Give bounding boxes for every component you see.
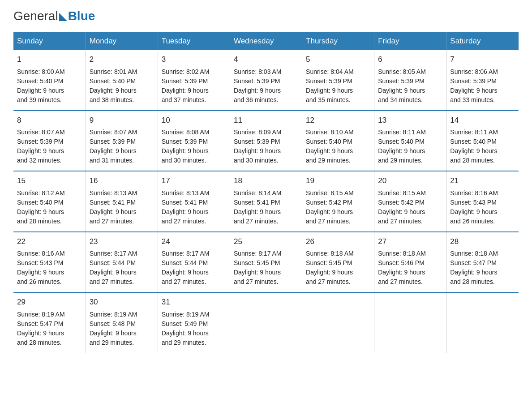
daylight-label: Daylight: 9 hours [17, 87, 64, 94]
sunset-label: Sunset: 5:44 PM [162, 259, 208, 266]
calendar-cell: 14Sunrise: 8:11 AMSunset: 5:40 PMDayligh… [446, 111, 519, 171]
sunset-label: Sunset: 5:41 PM [162, 199, 208, 206]
calendar-cell: 9Sunrise: 8:07 AMSunset: 5:39 PMDaylight… [86, 111, 158, 171]
daylight-minutes: and 29 minutes. [306, 157, 351, 164]
sunset-label: Sunset: 5:45 PM [306, 259, 352, 266]
daylight-minutes: and 37 minutes. [162, 96, 206, 103]
sunrise-label: Sunrise: 8:19 AM [162, 311, 210, 318]
sunrise-label: Sunrise: 8:06 AM [450, 68, 498, 75]
sunset-label: Sunset: 5:41 PM [234, 199, 280, 206]
sunrise-label: Sunrise: 8:11 AM [450, 128, 498, 136]
sunrise-label: Sunrise: 8:07 AM [90, 128, 137, 136]
sunset-label: Sunset: 5:39 PM [234, 138, 280, 145]
sunrise-label: Sunrise: 8:15 AM [378, 189, 426, 197]
day-number: 9 [90, 115, 154, 126]
day-number: 6 [378, 54, 442, 65]
daylight-minutes: and 38 minutes. [90, 96, 134, 103]
daylight-minutes: and 27 minutes. [306, 278, 351, 285]
sunrise-label: Sunrise: 8:03 AM [234, 68, 282, 75]
daylight-label: Daylight: 9 hours [234, 208, 281, 215]
daylight-label: Daylight: 9 hours [234, 87, 281, 94]
daylight-label: Daylight: 9 hours [378, 147, 425, 154]
sunrise-label: Sunrise: 8:17 AM [162, 250, 210, 257]
calendar-cell [302, 292, 374, 353]
header-day-sunday: Sunday [13, 32, 86, 50]
day-number: 26 [306, 236, 370, 248]
daylight-label: Daylight: 9 hours [306, 147, 353, 154]
calendar-cell: 27Sunrise: 8:18 AMSunset: 5:46 PMDayligh… [374, 232, 446, 293]
calendar-cell: 11Sunrise: 8:09 AMSunset: 5:39 PMDayligh… [230, 111, 302, 171]
day-number: 16 [90, 175, 154, 187]
daylight-label: Daylight: 9 hours [450, 147, 497, 154]
calendar-cell: 25Sunrise: 8:17 AMSunset: 5:45 PMDayligh… [230, 232, 302, 293]
calendar-cell: 1Sunrise: 8:00 AMSunset: 5:40 PMDaylight… [13, 50, 86, 111]
day-number: 28 [450, 236, 515, 248]
daylight-label: Daylight: 9 hours [234, 269, 281, 276]
calendar-cell: 15Sunrise: 8:12 AMSunset: 5:40 PMDayligh… [13, 171, 86, 232]
daylight-label: Daylight: 9 hours [90, 269, 137, 276]
calendar-cell: 12Sunrise: 8:10 AMSunset: 5:40 PMDayligh… [302, 111, 374, 171]
sunrise-label: Sunrise: 8:11 AM [378, 128, 426, 136]
sunset-label: Sunset: 5:42 PM [306, 199, 352, 206]
sunset-label: Sunset: 5:47 PM [17, 320, 64, 327]
sunrise-label: Sunrise: 8:19 AM [90, 311, 137, 318]
sunset-label: Sunset: 5:42 PM [378, 199, 425, 206]
sunset-label: Sunset: 5:46 PM [378, 259, 425, 266]
day-number: 14 [450, 115, 515, 126]
calendar-cell: 31Sunrise: 8:19 AMSunset: 5:49 PMDayligh… [158, 292, 230, 353]
daylight-label: Daylight: 9 hours [306, 269, 353, 276]
sunset-label: Sunset: 5:39 PM [162, 77, 208, 85]
sunrise-label: Sunrise: 8:05 AM [378, 68, 426, 75]
daylight-minutes: and 27 minutes. [234, 218, 279, 225]
sunrise-label: Sunrise: 8:18 AM [450, 250, 498, 257]
day-number: 15 [17, 175, 82, 187]
day-number: 4 [234, 54, 298, 65]
header-day-saturday: Saturday [446, 32, 519, 50]
sunrise-label: Sunrise: 8:13 AM [162, 189, 210, 197]
daylight-minutes: and 29 minutes. [90, 339, 134, 346]
sunset-label: Sunset: 5:39 PM [378, 77, 425, 85]
daylight-label: Daylight: 9 hours [90, 87, 137, 94]
daylight-label: Daylight: 9 hours [306, 208, 353, 215]
sunset-label: Sunset: 5:40 PM [17, 77, 64, 85]
calendar-cell [230, 292, 302, 353]
day-number: 3 [162, 54, 226, 65]
week-row-5: 29Sunrise: 8:19 AMSunset: 5:47 PMDayligh… [13, 292, 519, 353]
day-number: 25 [234, 236, 298, 248]
calendar-cell: 4Sunrise: 8:03 AMSunset: 5:39 PMDaylight… [230, 50, 302, 111]
daylight-minutes: and 27 minutes. [90, 278, 134, 285]
daylight-minutes: and 28 minutes. [17, 339, 62, 346]
daylight-minutes: and 29 minutes. [378, 157, 423, 164]
day-number: 12 [306, 115, 370, 126]
daylight-label: Daylight: 9 hours [378, 87, 425, 94]
calendar-cell: 7Sunrise: 8:06 AMSunset: 5:39 PMDaylight… [446, 50, 519, 111]
daylight-label: Daylight: 9 hours [162, 269, 209, 276]
calendar-cell: 5Sunrise: 8:04 AMSunset: 5:39 PMDaylight… [302, 50, 374, 111]
daylight-minutes: and 28 minutes. [17, 218, 62, 225]
calendar-cell: 8Sunrise: 8:07 AMSunset: 5:39 PMDaylight… [13, 111, 86, 171]
daylight-minutes: and 33 minutes. [450, 96, 495, 103]
day-number: 27 [378, 236, 442, 248]
daylight-minutes: and 31 minutes. [90, 157, 134, 164]
sunrise-label: Sunrise: 8:00 AM [17, 68, 65, 75]
daylight-label: Daylight: 9 hours [162, 208, 209, 215]
sunset-label: Sunset: 5:39 PM [17, 138, 64, 145]
page-header: General Blue [13, 9, 519, 23]
daylight-minutes: and 39 minutes. [17, 96, 62, 103]
daylight-minutes: and 28 minutes. [450, 157, 495, 164]
daylight-minutes: and 26 minutes. [17, 278, 62, 285]
day-number: 11 [234, 115, 298, 126]
sunrise-label: Sunrise: 8:18 AM [306, 250, 354, 257]
sunrise-label: Sunrise: 8:16 AM [450, 189, 498, 197]
daylight-minutes: and 34 minutes. [378, 96, 423, 103]
sunset-label: Sunset: 5:40 PM [450, 138, 497, 145]
daylight-minutes: and 26 minutes. [450, 218, 495, 225]
calendar-cell [446, 292, 519, 353]
header-day-wednesday: Wednesday [230, 32, 302, 50]
header-day-tuesday: Tuesday [158, 32, 230, 50]
daylight-label: Daylight: 9 hours [450, 269, 497, 276]
sunrise-label: Sunrise: 8:14 AM [234, 189, 282, 197]
daylight-label: Daylight: 9 hours [90, 208, 137, 215]
day-number: 29 [17, 296, 82, 308]
sunrise-label: Sunrise: 8:18 AM [378, 250, 426, 257]
